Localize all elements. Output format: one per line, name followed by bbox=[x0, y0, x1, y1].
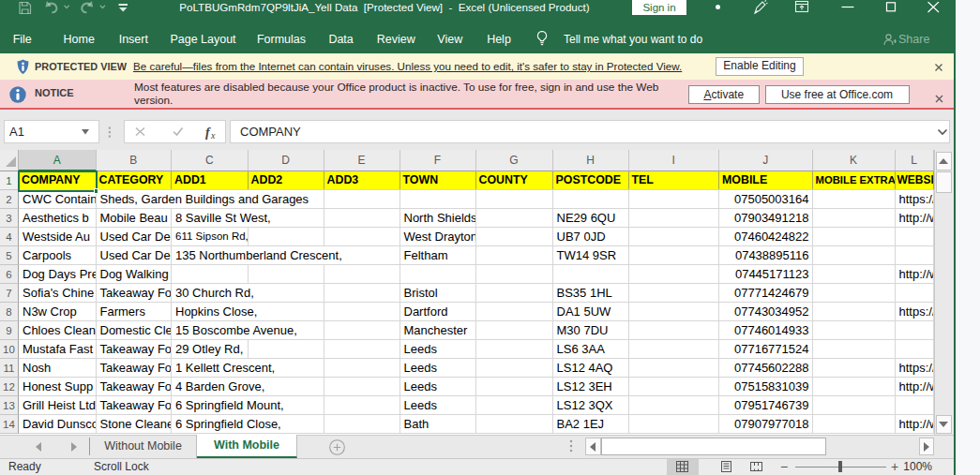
svg-text:x: x bbox=[210, 130, 216, 141]
